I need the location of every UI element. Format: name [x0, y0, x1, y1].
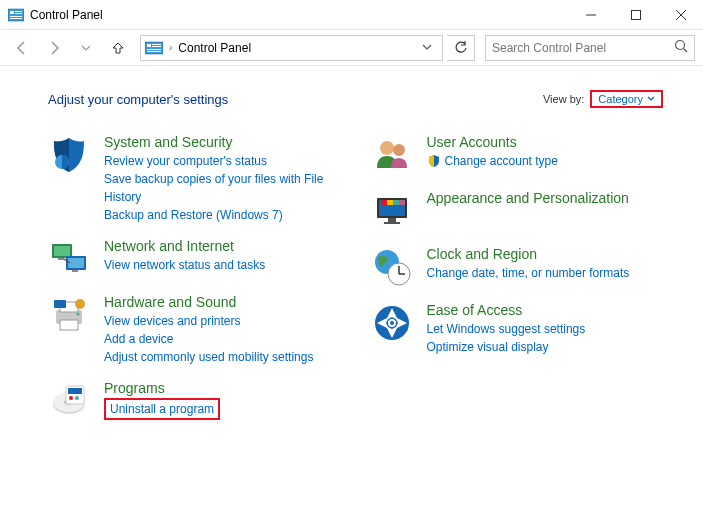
address-icon — [145, 41, 163, 55]
svg-point-37 — [69, 396, 73, 400]
users-icon — [371, 134, 413, 176]
address-path: Control Panel — [178, 41, 251, 55]
category-link[interactable]: Adjust commonly used mobility settings — [104, 348, 341, 366]
window-title: Control Panel — [30, 8, 568, 22]
svg-rect-45 — [393, 200, 399, 205]
category-link[interactable]: View devices and printers — [104, 312, 341, 330]
recent-dropdown-button[interactable] — [72, 34, 100, 62]
svg-rect-2 — [15, 11, 22, 12]
svg-rect-0 — [8, 9, 24, 21]
svg-rect-5 — [10, 18, 22, 19]
svg-rect-43 — [381, 200, 387, 205]
uac-shield-icon — [427, 154, 441, 168]
category-title[interactable]: Ease of Access — [427, 302, 664, 318]
viewby-value: Category — [598, 93, 643, 105]
svg-rect-23 — [58, 258, 64, 260]
svg-rect-28 — [60, 320, 78, 330]
navbar: › Control Panel — [0, 30, 703, 66]
minimize-button[interactable] — [568, 0, 613, 30]
clock-globe-icon — [371, 246, 413, 288]
svg-rect-20 — [54, 246, 70, 256]
left-column: System and Security Review your computer… — [48, 134, 341, 436]
control-panel-icon — [8, 7, 24, 23]
refresh-button[interactable] — [447, 35, 475, 61]
category-link[interactable]: Change date, time, or number formats — [427, 264, 664, 282]
page-heading: Adjust your computer's settings — [48, 92, 543, 107]
monitor-icon — [371, 190, 413, 232]
change-account-type-link[interactable]: Change account type — [427, 152, 558, 170]
svg-rect-30 — [54, 300, 66, 308]
right-column: User Accounts Change account type Appear… — [371, 134, 664, 436]
header-row: Adjust your computer's settings View by:… — [48, 90, 663, 108]
search-box[interactable] — [485, 35, 695, 61]
chevron-right-icon: › — [169, 42, 172, 53]
svg-rect-47 — [388, 218, 396, 222]
category-title[interactable]: Clock and Region — [427, 246, 664, 262]
svg-point-39 — [380, 141, 394, 155]
category-network: Network and Internet View network status… — [48, 238, 341, 280]
svg-rect-46 — [399, 200, 405, 205]
category-columns: System and Security Review your computer… — [48, 134, 663, 436]
category-title[interactable]: System and Security — [104, 134, 341, 150]
category-ease-of-access: Ease of Access Let Windows suggest setti… — [371, 302, 664, 356]
category-title[interactable]: Hardware and Sound — [104, 294, 341, 310]
maximize-button[interactable] — [613, 0, 658, 30]
svg-point-56 — [390, 321, 394, 325]
svg-rect-44 — [387, 200, 393, 205]
viewby-label: View by: — [543, 93, 584, 105]
category-clock-region: Clock and Region Change date, time, or n… — [371, 246, 664, 288]
back-button[interactable] — [8, 34, 36, 62]
svg-rect-24 — [72, 270, 78, 272]
category-title[interactable]: Network and Internet — [104, 238, 341, 254]
svg-rect-4 — [10, 16, 22, 17]
category-link[interactable]: Add a device — [104, 330, 341, 348]
svg-rect-1 — [10, 11, 14, 14]
svg-rect-7 — [631, 10, 640, 19]
category-user-accounts: User Accounts Change account type — [371, 134, 664, 176]
category-link[interactable]: Save backup copies of your files with Fi… — [104, 170, 341, 206]
svg-point-38 — [75, 396, 79, 400]
uninstall-program-link[interactable]: Uninstall a program — [110, 402, 214, 416]
category-link[interactable]: Optimize visual display — [427, 338, 664, 356]
search-input[interactable] — [492, 41, 674, 55]
category-system-security: System and Security Review your computer… — [48, 134, 341, 224]
svg-rect-15 — [147, 51, 161, 52]
window-controls — [568, 0, 703, 30]
svg-rect-11 — [147, 44, 151, 47]
category-title[interactable]: Programs — [104, 380, 341, 396]
category-link[interactable]: Backup and Restore (Windows 7) — [104, 206, 341, 224]
svg-rect-3 — [15, 13, 22, 14]
programs-icon — [48, 380, 90, 422]
svg-point-29 — [77, 313, 80, 316]
svg-point-16 — [676, 41, 685, 50]
network-icon — [48, 238, 90, 280]
category-title[interactable]: User Accounts — [427, 134, 664, 150]
svg-rect-12 — [152, 44, 161, 45]
category-appearance: Appearance and Personalization — [371, 190, 664, 232]
address-bar[interactable]: › Control Panel — [140, 35, 443, 61]
svg-rect-10 — [145, 42, 163, 54]
svg-rect-48 — [384, 222, 400, 224]
svg-rect-13 — [152, 46, 161, 47]
svg-rect-14 — [147, 49, 161, 50]
category-link[interactable]: View network status and tasks — [104, 256, 341, 274]
printer-icon — [48, 294, 90, 336]
category-link[interactable]: Review your computer's status — [104, 152, 341, 170]
category-link[interactable]: Let Windows suggest settings — [427, 320, 664, 338]
svg-rect-36 — [68, 388, 82, 394]
content-area: Adjust your computer's settings View by:… — [0, 66, 703, 446]
up-button[interactable] — [104, 34, 132, 62]
forward-button[interactable] — [40, 34, 68, 62]
search-icon[interactable] — [674, 39, 688, 56]
shield-icon — [48, 134, 90, 176]
viewby-dropdown[interactable]: Category — [590, 90, 663, 108]
ease-of-access-icon — [371, 302, 413, 344]
category-hardware: Hardware and Sound View devices and prin… — [48, 294, 341, 366]
category-programs: Programs Uninstall a program — [48, 380, 341, 422]
titlebar: Control Panel — [0, 0, 703, 30]
svg-point-31 — [75, 299, 85, 309]
chevron-down-icon — [647, 95, 655, 103]
category-title[interactable]: Appearance and Personalization — [427, 190, 664, 206]
address-dropdown-button[interactable] — [416, 42, 438, 54]
close-button[interactable] — [658, 0, 703, 30]
